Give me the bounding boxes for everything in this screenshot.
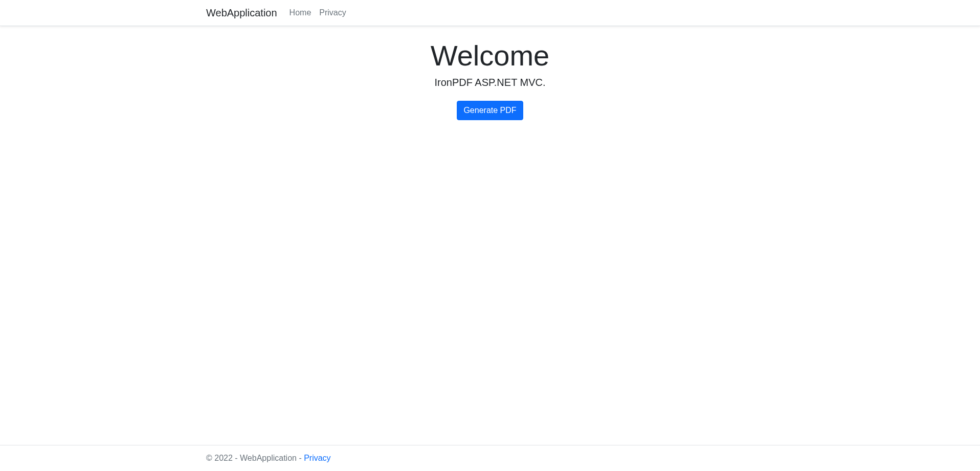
navbar: WebApplication Home Privacy bbox=[0, 0, 980, 26]
navbar-container: WebApplication Home Privacy bbox=[198, 4, 782, 21]
footer-container: © 2022 - WebApplication - Privacy bbox=[198, 454, 782, 463]
generate-pdf-button[interactable]: Generate PDF bbox=[457, 101, 523, 120]
page-subheading: IronPDF ASP.NET MVC. bbox=[206, 77, 774, 88]
header: WebApplication Home Privacy bbox=[0, 0, 980, 26]
footer-copyright: © 2022 - WebApplication - bbox=[206, 454, 304, 462]
footer-privacy-link[interactable]: Privacy bbox=[304, 454, 330, 462]
nav-link-privacy[interactable]: Privacy bbox=[315, 4, 350, 21]
footer: © 2022 - WebApplication - Privacy bbox=[0, 445, 980, 471]
nav-item-home: Home bbox=[285, 4, 316, 21]
navbar-brand[interactable]: WebApplication bbox=[206, 5, 277, 21]
welcome-section: Welcome IronPDF ASP.NET MVC. Generate PD… bbox=[206, 38, 774, 120]
main-content: Welcome IronPDF ASP.NET MVC. Generate PD… bbox=[198, 26, 782, 445]
navbar-nav: Home Privacy bbox=[285, 4, 350, 21]
nav-item-privacy: Privacy bbox=[315, 4, 350, 21]
nav-link-home[interactable]: Home bbox=[285, 4, 316, 21]
page-heading: Welcome bbox=[206, 38, 774, 73]
